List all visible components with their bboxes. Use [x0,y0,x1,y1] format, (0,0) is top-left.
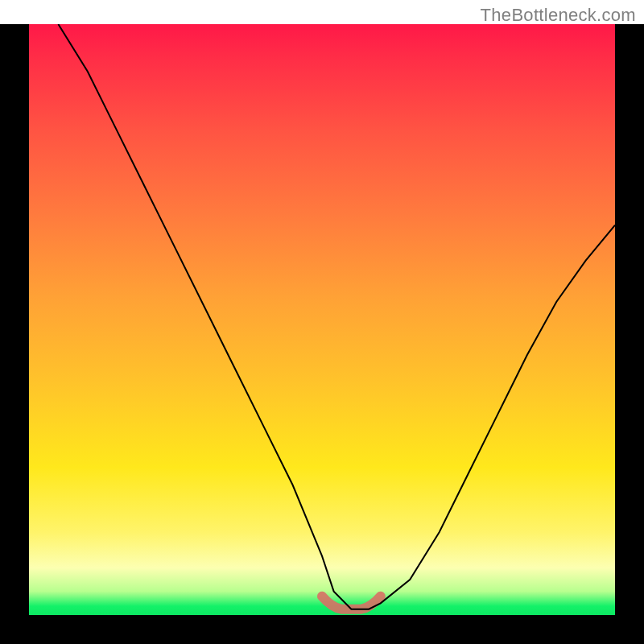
bottleneck-curve [58,24,615,609]
curve-svg [29,24,615,615]
watermark-label: TheBottleneck.com [481,5,636,26]
axis-border-bottom [0,615,644,644]
plot-area [29,24,615,615]
axis-border-right [615,24,644,644]
axis-border-left [0,24,29,644]
chart-frame [0,24,644,644]
chart-root: TheBottleneck.com [0,0,644,644]
